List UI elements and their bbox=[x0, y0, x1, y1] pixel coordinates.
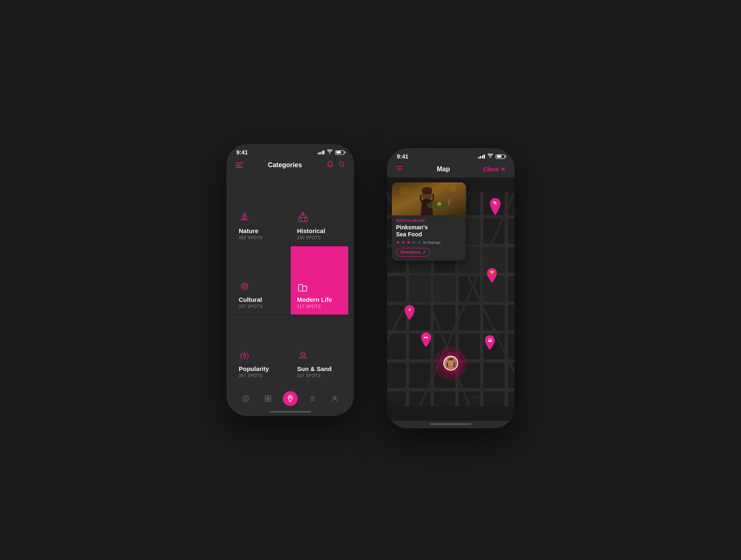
category-historical[interactable]: Historical 240 SPOTS bbox=[291, 177, 349, 246]
svg-point-84 bbox=[437, 202, 441, 206]
nav-compass[interactable] bbox=[238, 391, 253, 406]
svg-point-5 bbox=[241, 283, 248, 289]
battery-icon-left bbox=[335, 150, 344, 155]
signal-bar-r4 bbox=[484, 154, 485, 159]
sun-sand-spots: 147 SPOTS bbox=[297, 373, 342, 378]
map-nav-bar: Map Close ✕ bbox=[387, 162, 515, 177]
svg-rect-31 bbox=[265, 396, 268, 398]
bottom-nav-left bbox=[226, 387, 354, 409]
svg-point-0 bbox=[339, 162, 343, 166]
signal-bar-1 bbox=[318, 153, 319, 154]
right-phone: 9:41 bbox=[387, 148, 515, 428]
wifi-icon-left bbox=[327, 149, 333, 155]
user-location-ring-outer bbox=[434, 347, 467, 380]
nature-name: Nature bbox=[239, 227, 284, 235]
svg-text:69th Pl: 69th Pl bbox=[389, 330, 398, 333]
stars-row: 34 Ratings bbox=[396, 240, 462, 245]
svg-line-23 bbox=[301, 352, 301, 352]
page-title-categories: Categories bbox=[268, 161, 302, 169]
home-indicator-left bbox=[270, 411, 311, 413]
status-time-left: 9:41 bbox=[236, 149, 248, 156]
svg-rect-69 bbox=[410, 277, 430, 301]
categories-grid: Nature 450 SPOTS bbox=[232, 177, 348, 384]
search-icon[interactable] bbox=[338, 161, 345, 169]
svg-text:🛏: 🛏 bbox=[424, 335, 428, 339]
svg-text:✕: ✕ bbox=[408, 308, 411, 312]
home-indicator-right bbox=[430, 423, 471, 425]
svg-rect-1 bbox=[299, 217, 307, 222]
cultural-spots: 257 SPOTS bbox=[239, 304, 284, 309]
svg-point-80 bbox=[450, 185, 457, 192]
historical-spots: 240 SPOTS bbox=[297, 236, 342, 240]
svg-point-17 bbox=[243, 354, 246, 357]
cultural-icon bbox=[239, 280, 284, 294]
user-location bbox=[434, 347, 467, 380]
star-1 bbox=[396, 240, 400, 244]
nav-grid[interactable] bbox=[261, 391, 275, 406]
map-pin-restaurant-1[interactable]: ✕ bbox=[488, 198, 502, 217]
bell-icon[interactable] bbox=[327, 161, 333, 170]
svg-rect-32 bbox=[268, 396, 271, 398]
nav-location[interactable] bbox=[283, 391, 298, 406]
signal-bar-r1 bbox=[478, 157, 480, 159]
svg-point-42 bbox=[333, 396, 336, 399]
restaurant-name: Pinksman's Sea Food bbox=[396, 224, 462, 238]
battery-icon-right bbox=[496, 154, 505, 159]
phones-container: 9:41 bbox=[226, 132, 515, 428]
svg-line-26 bbox=[301, 356, 301, 357]
svg-line-25 bbox=[305, 352, 305, 352]
nav-bar-left: Categories bbox=[226, 158, 354, 174]
ratings-count: 34 Ratings bbox=[423, 240, 440, 245]
signal-bar-3 bbox=[322, 151, 323, 154]
category-nature[interactable]: Nature 450 SPOTS bbox=[232, 177, 290, 246]
historical-name: Historical bbox=[297, 227, 342, 235]
svg-point-35 bbox=[289, 397, 291, 398]
category-popularity[interactable]: Popularity 357 SPOTS bbox=[232, 315, 290, 384]
svg-point-4 bbox=[302, 212, 304, 214]
svg-point-28 bbox=[245, 398, 247, 399]
map-pin-coffee[interactable]: ☕ bbox=[484, 335, 496, 352]
category-sun-sand[interactable]: Sun & Sand 147 SPOTS bbox=[291, 315, 349, 384]
nav-list[interactable] bbox=[305, 391, 320, 406]
svg-point-27 bbox=[243, 396, 249, 401]
close-button[interactable]: Close ✕ bbox=[483, 166, 506, 173]
star-5 bbox=[417, 240, 421, 244]
svg-line-24 bbox=[305, 356, 305, 357]
hamburger-icon[interactable] bbox=[235, 163, 243, 168]
sun-sand-icon bbox=[297, 350, 342, 363]
map-card: RESTAURANT Pinksman's Sea Food 34 Rating… bbox=[392, 182, 466, 261]
signal-bar-r2 bbox=[480, 156, 481, 159]
signal-bar-r3 bbox=[482, 155, 483, 159]
status-time-right: 9:41 bbox=[397, 153, 408, 160]
filter-icon[interactable] bbox=[396, 165, 403, 173]
cultural-name: Cultural bbox=[239, 296, 284, 303]
nature-spots: 450 SPOTS bbox=[239, 236, 284, 240]
map-card-body: RESTAURANT Pinksman's Sea Food 34 Rating… bbox=[392, 215, 466, 261]
sun-sand-name: Sun & Sand bbox=[297, 365, 342, 373]
category-modern-life[interactable]: Modern Life 117 SPOTS bbox=[291, 246, 349, 315]
nature-icon bbox=[239, 212, 284, 225]
close-icon: ✕ bbox=[501, 166, 506, 173]
map-pin-hotel[interactable]: 🛏 bbox=[420, 332, 432, 349]
nav-profile[interactable] bbox=[327, 391, 342, 406]
svg-text:☕: ☕ bbox=[487, 337, 493, 343]
modern-life-name: Modern Life bbox=[297, 296, 342, 303]
svg-point-79 bbox=[399, 186, 409, 196]
svg-rect-34 bbox=[268, 399, 271, 401]
status-icons-left bbox=[318, 149, 345, 155]
svg-point-83 bbox=[427, 201, 447, 209]
popularity-name: Popularity bbox=[239, 365, 284, 373]
popularity-icon bbox=[239, 350, 284, 363]
status-icons-right bbox=[478, 154, 505, 159]
map-pin-trophy[interactable]: 🏆 bbox=[486, 268, 498, 285]
signal-bars-right bbox=[478, 154, 485, 159]
category-cultural[interactable]: Cultural 257 SPOTS bbox=[232, 246, 290, 315]
svg-text:71st St: 71st St bbox=[469, 396, 478, 399]
map-title: Map bbox=[437, 166, 450, 173]
map-area[interactable]: Cooper Ave 75th St Myrtle Ave 71st Pl 69… bbox=[387, 177, 515, 421]
star-3 bbox=[407, 240, 410, 244]
map-pin-restaurant-2[interactable]: ✕ bbox=[403, 305, 416, 322]
directions-button[interactable]: Directions ↗ bbox=[396, 248, 430, 257]
modern-life-spots: 117 SPOTS bbox=[297, 304, 342, 309]
star-2 bbox=[401, 240, 405, 244]
